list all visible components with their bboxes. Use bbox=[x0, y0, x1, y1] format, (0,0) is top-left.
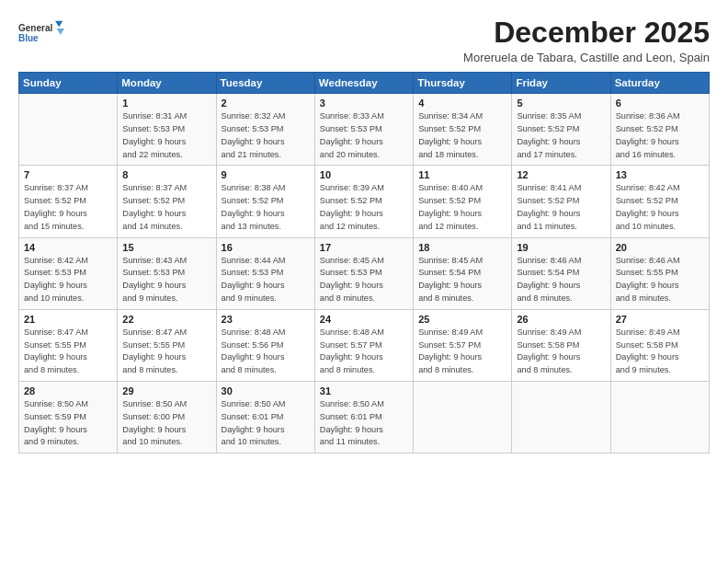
calendar-cell: 9Sunrise: 8:38 AMSunset: 5:52 PMDaylight… bbox=[216, 166, 314, 237]
day-number: 6 bbox=[616, 98, 704, 109]
calendar-cell: 30Sunrise: 8:50 AMSunset: 6:01 PMDayligh… bbox=[216, 381, 314, 453]
day-info: Sunrise: 8:42 AMSunset: 5:53 PMDaylight:… bbox=[24, 255, 112, 305]
day-number: 1 bbox=[122, 98, 210, 109]
day-number: 19 bbox=[517, 242, 605, 253]
calendar-cell: 16Sunrise: 8:44 AMSunset: 5:53 PMDayligh… bbox=[216, 237, 314, 309]
day-info: Sunrise: 8:48 AMSunset: 5:57 PMDaylight:… bbox=[320, 327, 408, 377]
calendar-cell: 24Sunrise: 8:48 AMSunset: 5:57 PMDayligh… bbox=[314, 309, 413, 381]
day-info: Sunrise: 8:50 AMSunset: 6:01 PMDaylight:… bbox=[222, 398, 310, 449]
calendar-cell: 13Sunrise: 8:42 AMSunset: 5:52 PMDayligh… bbox=[610, 166, 709, 237]
day-info: Sunrise: 8:34 AMSunset: 5:52 PMDaylight:… bbox=[418, 110, 506, 161]
month-title: December 2025 bbox=[463, 17, 710, 49]
calendar-cell: 14Sunrise: 8:42 AMSunset: 5:53 PMDayligh… bbox=[19, 237, 118, 309]
day-number: 21 bbox=[24, 314, 112, 325]
header-wednesday: Wednesday bbox=[314, 73, 413, 94]
day-number: 22 bbox=[122, 314, 210, 325]
day-number: 7 bbox=[24, 169, 112, 180]
day-number: 9 bbox=[222, 169, 310, 180]
calendar-cell: 29Sunrise: 8:50 AMSunset: 6:00 PMDayligh… bbox=[118, 381, 216, 453]
calendar-cell: 20Sunrise: 8:46 AMSunset: 5:55 PMDayligh… bbox=[610, 237, 709, 309]
day-number: 15 bbox=[122, 242, 210, 253]
day-info: Sunrise: 8:41 AMSunset: 5:52 PMDaylight:… bbox=[517, 182, 605, 233]
day-number: 26 bbox=[517, 314, 605, 325]
calendar-cell: 23Sunrise: 8:48 AMSunset: 5:56 PMDayligh… bbox=[216, 309, 314, 381]
calendar-cell bbox=[512, 381, 610, 453]
day-info: Sunrise: 8:46 AMSunset: 5:55 PMDaylight:… bbox=[616, 255, 704, 305]
day-info: Sunrise: 8:35 AMSunset: 5:52 PMDaylight:… bbox=[517, 110, 605, 161]
calendar-cell: 17Sunrise: 8:45 AMSunset: 5:53 PMDayligh… bbox=[314, 237, 413, 309]
week-row-4: 28Sunrise: 8:50 AMSunset: 5:59 PMDayligh… bbox=[19, 381, 710, 453]
day-info: Sunrise: 8:48 AMSunset: 5:56 PMDaylight:… bbox=[222, 327, 310, 377]
day-info: Sunrise: 8:39 AMSunset: 5:52 PMDaylight:… bbox=[320, 182, 408, 233]
calendar-cell: 6Sunrise: 8:36 AMSunset: 5:52 PMDaylight… bbox=[610, 94, 709, 166]
day-number: 23 bbox=[222, 314, 310, 325]
day-number: 16 bbox=[222, 242, 310, 253]
day-number: 18 bbox=[418, 242, 506, 253]
svg-marker-2 bbox=[55, 21, 63, 28]
header-friday: Friday bbox=[512, 73, 610, 94]
day-info: Sunrise: 8:32 AMSunset: 5:53 PMDaylight:… bbox=[222, 110, 310, 161]
day-info: Sunrise: 8:47 AMSunset: 5:55 PMDaylight:… bbox=[122, 327, 210, 377]
day-info: Sunrise: 8:46 AMSunset: 5:54 PMDaylight:… bbox=[517, 255, 605, 305]
day-info: Sunrise: 8:38 AMSunset: 5:52 PMDaylight:… bbox=[222, 182, 310, 233]
calendar-cell bbox=[19, 94, 118, 166]
header-thursday: Thursday bbox=[414, 73, 512, 94]
svg-text:General: General bbox=[18, 23, 52, 33]
day-number: 5 bbox=[517, 98, 605, 109]
calendar-cell: 15Sunrise: 8:43 AMSunset: 5:53 PMDayligh… bbox=[118, 237, 216, 309]
day-number: 12 bbox=[517, 169, 605, 180]
calendar-cell: 2Sunrise: 8:32 AMSunset: 5:53 PMDaylight… bbox=[216, 94, 314, 166]
day-number: 14 bbox=[24, 242, 112, 253]
calendar-cell: 12Sunrise: 8:41 AMSunset: 5:52 PMDayligh… bbox=[512, 166, 610, 237]
calendar-cell: 26Sunrise: 8:49 AMSunset: 5:58 PMDayligh… bbox=[512, 309, 610, 381]
day-info: Sunrise: 8:40 AMSunset: 5:52 PMDaylight:… bbox=[418, 182, 506, 233]
calendar-table: Sunday Monday Tuesday Wednesday Thursday… bbox=[18, 72, 710, 454]
calendar-cell: 3Sunrise: 8:33 AMSunset: 5:53 PMDaylight… bbox=[314, 94, 413, 166]
day-info: Sunrise: 8:49 AMSunset: 5:58 PMDaylight:… bbox=[517, 327, 605, 377]
day-number: 2 bbox=[222, 98, 310, 109]
calendar-cell: 27Sunrise: 8:49 AMSunset: 5:58 PMDayligh… bbox=[610, 309, 709, 381]
day-info: Sunrise: 8:44 AMSunset: 5:53 PMDaylight:… bbox=[222, 255, 310, 305]
day-info: Sunrise: 8:45 AMSunset: 5:53 PMDaylight:… bbox=[320, 255, 408, 305]
calendar-cell: 4Sunrise: 8:34 AMSunset: 5:52 PMDaylight… bbox=[414, 94, 512, 166]
logo: General Blue bbox=[18, 17, 64, 50]
day-info: Sunrise: 8:47 AMSunset: 5:55 PMDaylight:… bbox=[24, 327, 112, 377]
day-info: Sunrise: 8:42 AMSunset: 5:52 PMDaylight:… bbox=[616, 182, 704, 233]
calendar-cell: 31Sunrise: 8:50 AMSunset: 6:01 PMDayligh… bbox=[314, 381, 413, 453]
calendar-cell: 21Sunrise: 8:47 AMSunset: 5:55 PMDayligh… bbox=[19, 309, 118, 381]
day-info: Sunrise: 8:37 AMSunset: 5:52 PMDaylight:… bbox=[122, 182, 210, 233]
calendar-cell: 8Sunrise: 8:37 AMSunset: 5:52 PMDaylight… bbox=[118, 166, 216, 237]
svg-marker-3 bbox=[57, 29, 64, 35]
day-info: Sunrise: 8:43 AMSunset: 5:53 PMDaylight:… bbox=[122, 255, 210, 305]
calendar-cell: 10Sunrise: 8:39 AMSunset: 5:52 PMDayligh… bbox=[314, 166, 413, 237]
subtitle: Moreruela de Tabara, Castille and Leon, … bbox=[463, 51, 710, 64]
day-info: Sunrise: 8:33 AMSunset: 5:53 PMDaylight:… bbox=[320, 110, 408, 161]
calendar-cell: 5Sunrise: 8:35 AMSunset: 5:52 PMDaylight… bbox=[512, 94, 610, 166]
day-info: Sunrise: 8:49 AMSunset: 5:58 PMDaylight:… bbox=[616, 327, 704, 377]
day-number: 13 bbox=[616, 169, 704, 180]
calendar-cell bbox=[610, 381, 709, 453]
day-number: 31 bbox=[320, 385, 408, 396]
day-number: 28 bbox=[24, 385, 112, 396]
day-info: Sunrise: 8:49 AMSunset: 5:57 PMDaylight:… bbox=[418, 327, 506, 377]
week-row-2: 14Sunrise: 8:42 AMSunset: 5:53 PMDayligh… bbox=[19, 237, 710, 309]
day-number: 8 bbox=[122, 169, 210, 180]
day-number: 3 bbox=[320, 98, 408, 109]
day-number: 11 bbox=[418, 169, 506, 180]
week-row-1: 7Sunrise: 8:37 AMSunset: 5:52 PMDaylight… bbox=[19, 166, 710, 237]
day-info: Sunrise: 8:36 AMSunset: 5:52 PMDaylight:… bbox=[616, 110, 704, 161]
day-number: 20 bbox=[616, 242, 704, 253]
calendar-cell: 22Sunrise: 8:47 AMSunset: 5:55 PMDayligh… bbox=[118, 309, 216, 381]
calendar-cell: 19Sunrise: 8:46 AMSunset: 5:54 PMDayligh… bbox=[512, 237, 610, 309]
day-info: Sunrise: 8:37 AMSunset: 5:52 PMDaylight:… bbox=[24, 182, 112, 233]
calendar-cell: 1Sunrise: 8:31 AMSunset: 5:53 PMDaylight… bbox=[118, 94, 216, 166]
day-number: 10 bbox=[320, 169, 408, 180]
svg-text:Blue: Blue bbox=[18, 33, 39, 43]
header-tuesday: Tuesday bbox=[216, 73, 314, 94]
calendar-cell: 28Sunrise: 8:50 AMSunset: 5:59 PMDayligh… bbox=[19, 381, 118, 453]
calendar-cell: 18Sunrise: 8:45 AMSunset: 5:54 PMDayligh… bbox=[414, 237, 512, 309]
day-info: Sunrise: 8:50 AMSunset: 5:59 PMDaylight:… bbox=[24, 398, 112, 449]
day-number: 17 bbox=[320, 242, 408, 253]
day-info: Sunrise: 8:45 AMSunset: 5:54 PMDaylight:… bbox=[418, 255, 506, 305]
day-number: 30 bbox=[222, 385, 310, 396]
